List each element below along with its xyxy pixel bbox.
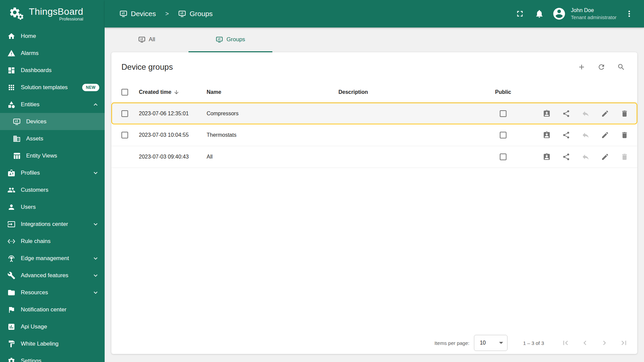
flag-icon xyxy=(7,306,15,314)
items-per-page-value: 10 xyxy=(480,340,486,346)
make-private-button[interactable] xyxy=(578,106,594,122)
last-page-button[interactable] xyxy=(616,336,631,350)
sidebar-item-white-labeling[interactable]: White Labeling xyxy=(0,335,105,352)
avatar-icon[interactable] xyxy=(552,7,566,21)
column-header-name[interactable]: Name xyxy=(207,89,338,95)
next-page-icon xyxy=(600,339,609,347)
sidebar-item-solution-templates[interactable]: Solution templates NEW xyxy=(0,79,105,96)
last-page-icon xyxy=(620,339,628,347)
select-all-checkbox[interactable] xyxy=(121,89,128,96)
share-button[interactable] xyxy=(558,127,574,143)
prev-page-icon xyxy=(581,339,589,347)
reply-icon xyxy=(582,110,590,118)
sidebar-item-resources[interactable]: Resources xyxy=(0,284,105,301)
breadcrumb-groups[interactable]: Groups xyxy=(190,10,213,18)
tab-bar: All Groups xyxy=(105,27,644,52)
sidebar-item-api-usage[interactable]: Api Usage xyxy=(0,318,105,335)
sidebar-item-label: Dashboards xyxy=(21,67,99,74)
user-info: John Doe Tenant administrator xyxy=(571,7,616,20)
table-row-thermostats[interactable]: 2023-07-03 10:04:55 Thermostats xyxy=(111,124,637,146)
sidebar-item-profiles[interactable]: Profiles xyxy=(0,164,105,181)
settings-icon xyxy=(7,357,15,362)
first-page-icon xyxy=(561,339,570,347)
assignment-ind-icon xyxy=(543,110,551,118)
column-header-description[interactable]: Description xyxy=(338,89,495,95)
folder-icon xyxy=(7,289,15,297)
group-users-button[interactable] xyxy=(539,106,555,122)
device-groups-panel: Device groups xyxy=(111,52,637,354)
edit-button[interactable] xyxy=(597,106,613,122)
thingsboard-logo-icon xyxy=(9,6,25,22)
build-icon xyxy=(7,272,15,280)
tab-groups[interactable]: Groups xyxy=(189,27,272,52)
paginator: Items per page: 10 1 – 3 of 3 xyxy=(111,332,637,354)
next-page-button[interactable] xyxy=(597,336,612,350)
make-private-button[interactable] xyxy=(578,127,594,143)
public-checkbox[interactable] xyxy=(500,110,506,117)
edit-button[interactable] xyxy=(597,149,613,165)
notifications-button[interactable] xyxy=(533,7,546,20)
sidebar-item-entity-views[interactable]: Entity Views xyxy=(0,147,105,164)
items-per-page-select[interactable]: 10 xyxy=(474,335,507,351)
sidebar-item-label: Devices xyxy=(26,118,99,125)
sidebar-item-settings[interactable]: Settings xyxy=(0,352,105,362)
breadcrumb: Devices > Groups xyxy=(119,10,213,18)
group-users-button[interactable] xyxy=(539,127,555,143)
sidebar-item-customers[interactable]: Customers xyxy=(0,181,105,198)
edit-button[interactable] xyxy=(597,127,613,143)
fullscreen-button[interactable] xyxy=(513,7,527,20)
prev-page-button[interactable] xyxy=(578,336,592,350)
make-private-button[interactable] xyxy=(578,149,594,165)
sidebar-item-advanced-features[interactable]: Advanced features xyxy=(0,267,105,284)
badge-icon xyxy=(7,169,15,177)
panel-title: Device groups xyxy=(121,62,173,72)
reply-icon xyxy=(582,131,590,139)
sidebar-item-label: Solution templates xyxy=(21,84,77,91)
cell-created-time: 2023-07-06 12:35:01 xyxy=(139,111,207,117)
sidebar-item-label: Api Usage xyxy=(21,323,99,330)
public-checkbox[interactable] xyxy=(500,132,506,138)
main-area: Devices > Groups John Doe Tenant adminis… xyxy=(105,0,644,362)
panel-header: Device groups xyxy=(111,52,637,82)
sidebar-item-integrations-center[interactable]: Integrations center xyxy=(0,216,105,233)
sidebar-item-notification-center[interactable]: Notification center xyxy=(0,301,105,318)
row-checkbox[interactable] xyxy=(121,132,128,138)
sidebar-item-label: Assets xyxy=(26,135,99,142)
sidebar-item-assets[interactable]: Assets xyxy=(0,130,105,147)
group-users-button[interactable] xyxy=(539,149,555,165)
sidebar-item-alarms[interactable]: Alarms xyxy=(0,45,105,62)
chevron-down-icon xyxy=(92,289,99,296)
breadcrumb-devices[interactable]: Devices xyxy=(131,10,156,18)
delete-button[interactable] xyxy=(616,127,633,143)
tab-all[interactable]: All xyxy=(105,27,189,52)
sidebar-item-users[interactable]: Users xyxy=(0,198,105,216)
cell-name: Thermostats xyxy=(207,132,338,138)
sidebar-item-label: Home xyxy=(21,33,99,40)
column-label: Public xyxy=(495,89,511,95)
first-page-button[interactable] xyxy=(558,336,573,350)
table-row-all[interactable]: 2023-07-03 09:40:43 All xyxy=(111,146,637,168)
sidebar-item-dashboards[interactable]: Dashboards xyxy=(0,62,105,79)
building-icon xyxy=(13,135,21,143)
delete-button[interactable] xyxy=(616,106,633,122)
edit-icon xyxy=(601,153,609,161)
sidebar-item-entities[interactable]: Entities xyxy=(0,96,105,113)
search-button[interactable] xyxy=(613,59,629,75)
people-icon xyxy=(7,186,15,194)
share-button[interactable] xyxy=(558,149,574,165)
column-header-created-time[interactable]: Created time xyxy=(139,89,207,95)
sidebar-item-devices[interactable]: Devices xyxy=(0,113,105,130)
share-button[interactable] xyxy=(558,106,574,122)
sidebar-item-edge-management[interactable]: Edge management xyxy=(0,250,105,267)
category-icon xyxy=(7,101,15,109)
public-checkbox[interactable] xyxy=(500,154,506,160)
add-group-button[interactable] xyxy=(574,59,590,75)
sidebar-item-rule-chains[interactable]: Rule chains xyxy=(0,233,105,250)
sidebar-item-home[interactable]: Home xyxy=(0,27,105,45)
more-menu-button[interactable] xyxy=(623,7,636,20)
column-header-public[interactable]: Public xyxy=(495,89,539,95)
table-row-compressors[interactable]: 2023-07-06 12:35:01 Compressors xyxy=(111,103,637,124)
row-checkbox[interactable] xyxy=(121,110,128,117)
delete-button xyxy=(616,149,633,165)
refresh-button[interactable] xyxy=(593,59,609,75)
